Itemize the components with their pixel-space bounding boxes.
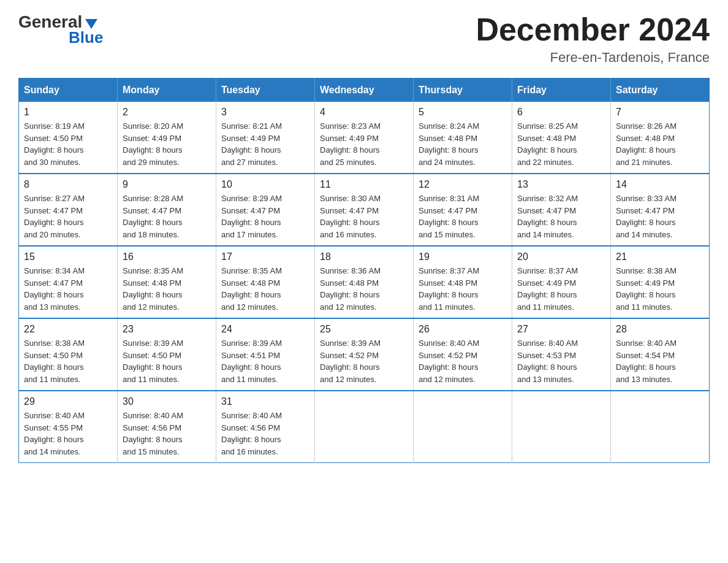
calendar-cell: 24 Sunrise: 8:39 AM Sunset: 4:51 PM Dayl…: [216, 318, 315, 391]
day-info: Sunrise: 8:21 AM Sunset: 4:49 PM Dayligh…: [221, 120, 309, 168]
day-number: 27: [517, 324, 605, 335]
calendar-cell: 15 Sunrise: 8:34 AM Sunset: 4:47 PM Dayl…: [19, 246, 118, 318]
day-info: Sunrise: 8:30 AM Sunset: 4:47 PM Dayligh…: [320, 193, 408, 240]
calendar-cell: 27 Sunrise: 8:40 AM Sunset: 4:53 PM Dayl…: [512, 318, 611, 391]
calendar-table: SundayMondayTuesdayWednesdayThursdayFrid…: [18, 78, 710, 463]
day-info: Sunrise: 8:37 AM Sunset: 4:49 PM Dayligh…: [517, 265, 605, 313]
calendar-cell: 7 Sunrise: 8:26 AM Sunset: 4:48 PM Dayli…: [611, 102, 710, 174]
page-header: General Blue December 2024 Fere-en-Tarde…: [18, 12, 710, 66]
calendar-header-monday: Monday: [118, 79, 216, 102]
logo-blue-subtitle: Blue: [69, 28, 103, 47]
calendar-cell: 13 Sunrise: 8:32 AM Sunset: 4:47 PM Dayl…: [512, 174, 611, 246]
day-info: Sunrise: 8:36 AM Sunset: 4:48 PM Dayligh…: [320, 265, 408, 313]
day-number: 14: [616, 179, 704, 190]
day-info: Sunrise: 8:40 AM Sunset: 4:54 PM Dayligh…: [616, 337, 704, 385]
day-info: Sunrise: 8:29 AM Sunset: 4:47 PM Dayligh…: [221, 193, 309, 240]
day-info: Sunrise: 8:35 AM Sunset: 4:48 PM Dayligh…: [123, 265, 211, 313]
day-info: Sunrise: 8:27 AM Sunset: 4:47 PM Dayligh…: [24, 193, 112, 240]
calendar-header-wednesday: Wednesday: [315, 79, 414, 102]
calendar-cell: 31 Sunrise: 8:40 AM Sunset: 4:56 PM Dayl…: [216, 391, 315, 463]
day-info: Sunrise: 8:32 AM Sunset: 4:47 PM Dayligh…: [517, 193, 605, 240]
calendar-cell: 19 Sunrise: 8:37 AM Sunset: 4:48 PM Dayl…: [414, 246, 512, 318]
logo-triangle-icon: [85, 19, 97, 29]
calendar-cell: 3 Sunrise: 8:21 AM Sunset: 4:49 PM Dayli…: [216, 102, 315, 174]
day-info: Sunrise: 8:38 AM Sunset: 4:49 PM Dayligh…: [616, 265, 704, 313]
calendar-cell: 2 Sunrise: 8:20 AM Sunset: 4:49 PM Dayli…: [118, 102, 216, 174]
logo: General Blue: [18, 12, 103, 47]
calendar-cell: 25 Sunrise: 8:39 AM Sunset: 4:52 PM Dayl…: [315, 318, 414, 391]
calendar-cell: 18 Sunrise: 8:36 AM Sunset: 4:48 PM Dayl…: [315, 246, 414, 318]
calendar-cell: 11 Sunrise: 8:30 AM Sunset: 4:47 PM Dayl…: [315, 174, 414, 246]
calendar-header-sunday: Sunday: [19, 79, 118, 102]
calendar-cell: 28 Sunrise: 8:40 AM Sunset: 4:54 PM Dayl…: [611, 318, 710, 391]
calendar-cell: [611, 391, 710, 463]
calendar-week-row: 15 Sunrise: 8:34 AM Sunset: 4:47 PM Dayl…: [19, 246, 710, 318]
calendar-cell: [315, 391, 414, 463]
day-info: Sunrise: 8:25 AM Sunset: 4:48 PM Dayligh…: [517, 120, 605, 168]
title-section: December 2024 Fere-en-Tardenois, France: [476, 12, 710, 66]
day-number: 3: [221, 107, 309, 118]
day-number: 7: [616, 107, 704, 118]
day-info: Sunrise: 8:31 AM Sunset: 4:47 PM Dayligh…: [419, 193, 507, 240]
day-number: 12: [419, 179, 507, 190]
day-number: 29: [24, 396, 112, 407]
calendar-cell: [414, 391, 512, 463]
day-info: Sunrise: 8:39 AM Sunset: 4:51 PM Dayligh…: [221, 337, 309, 385]
calendar-week-row: 22 Sunrise: 8:38 AM Sunset: 4:50 PM Dayl…: [19, 318, 710, 391]
day-info: Sunrise: 8:40 AM Sunset: 4:56 PM Dayligh…: [123, 410, 211, 458]
calendar-cell: 26 Sunrise: 8:40 AM Sunset: 4:52 PM Dayl…: [414, 318, 512, 391]
calendar-cell: 12 Sunrise: 8:31 AM Sunset: 4:47 PM Dayl…: [414, 174, 512, 246]
day-number: 19: [419, 251, 507, 262]
day-number: 16: [123, 251, 211, 262]
day-info: Sunrise: 8:26 AM Sunset: 4:48 PM Dayligh…: [616, 120, 704, 168]
calendar-header-saturday: Saturday: [611, 79, 710, 102]
day-info: Sunrise: 8:19 AM Sunset: 4:50 PM Dayligh…: [24, 120, 112, 168]
calendar-header-tuesday: Tuesday: [216, 79, 315, 102]
day-number: 4: [320, 107, 408, 118]
day-info: Sunrise: 8:39 AM Sunset: 4:50 PM Dayligh…: [123, 337, 211, 385]
day-number: 13: [517, 179, 605, 190]
day-number: 28: [616, 324, 704, 335]
calendar-week-row: 8 Sunrise: 8:27 AM Sunset: 4:47 PM Dayli…: [19, 174, 710, 246]
day-info: Sunrise: 8:35 AM Sunset: 4:48 PM Dayligh…: [221, 265, 309, 313]
calendar-cell: 23 Sunrise: 8:39 AM Sunset: 4:50 PM Dayl…: [118, 318, 216, 391]
calendar-header-row: SundayMondayTuesdayWednesdayThursdayFrid…: [19, 79, 710, 102]
day-info: Sunrise: 8:39 AM Sunset: 4:52 PM Dayligh…: [320, 337, 408, 385]
day-info: Sunrise: 8:20 AM Sunset: 4:49 PM Dayligh…: [123, 120, 211, 168]
calendar-week-row: 1 Sunrise: 8:19 AM Sunset: 4:50 PM Dayli…: [19, 102, 710, 174]
page-subtitle: Fere-en-Tardenois, France: [476, 50, 710, 66]
page-title: December 2024: [476, 12, 710, 47]
calendar-header-friday: Friday: [512, 79, 611, 102]
calendar-cell: 21 Sunrise: 8:38 AM Sunset: 4:49 PM Dayl…: [611, 246, 710, 318]
calendar-cell: 16 Sunrise: 8:35 AM Sunset: 4:48 PM Dayl…: [118, 246, 216, 318]
day-number: 17: [221, 251, 309, 262]
calendar-cell: 8 Sunrise: 8:27 AM Sunset: 4:47 PM Dayli…: [19, 174, 118, 246]
calendar-cell: 5 Sunrise: 8:24 AM Sunset: 4:48 PM Dayli…: [414, 102, 512, 174]
calendar-cell: [512, 391, 611, 463]
day-info: Sunrise: 8:23 AM Sunset: 4:49 PM Dayligh…: [320, 120, 408, 168]
day-number: 8: [24, 179, 112, 190]
day-number: 18: [320, 251, 408, 262]
day-number: 30: [123, 396, 211, 407]
day-number: 24: [221, 324, 309, 335]
calendar-cell: 22 Sunrise: 8:38 AM Sunset: 4:50 PM Dayl…: [19, 318, 118, 391]
calendar-cell: 30 Sunrise: 8:40 AM Sunset: 4:56 PM Dayl…: [118, 391, 216, 463]
day-info: Sunrise: 8:37 AM Sunset: 4:48 PM Dayligh…: [419, 265, 507, 313]
calendar-cell: 17 Sunrise: 8:35 AM Sunset: 4:48 PM Dayl…: [216, 246, 315, 318]
day-number: 21: [616, 251, 704, 262]
day-info: Sunrise: 8:24 AM Sunset: 4:48 PM Dayligh…: [419, 120, 507, 168]
day-number: 15: [24, 251, 112, 262]
day-info: Sunrise: 8:33 AM Sunset: 4:47 PM Dayligh…: [616, 193, 704, 240]
calendar-cell: 14 Sunrise: 8:33 AM Sunset: 4:47 PM Dayl…: [611, 174, 710, 246]
calendar-cell: 9 Sunrise: 8:28 AM Sunset: 4:47 PM Dayli…: [118, 174, 216, 246]
calendar-cell: 1 Sunrise: 8:19 AM Sunset: 4:50 PM Dayli…: [19, 102, 118, 174]
day-number: 22: [24, 324, 112, 335]
day-info: Sunrise: 8:28 AM Sunset: 4:47 PM Dayligh…: [123, 193, 211, 240]
day-number: 11: [320, 179, 408, 190]
day-info: Sunrise: 8:40 AM Sunset: 4:53 PM Dayligh…: [517, 337, 605, 385]
calendar-cell: 10 Sunrise: 8:29 AM Sunset: 4:47 PM Dayl…: [216, 174, 315, 246]
day-number: 25: [320, 324, 408, 335]
day-number: 10: [221, 179, 309, 190]
calendar-cell: 6 Sunrise: 8:25 AM Sunset: 4:48 PM Dayli…: [512, 102, 611, 174]
calendar-cell: 29 Sunrise: 8:40 AM Sunset: 4:55 PM Dayl…: [19, 391, 118, 463]
